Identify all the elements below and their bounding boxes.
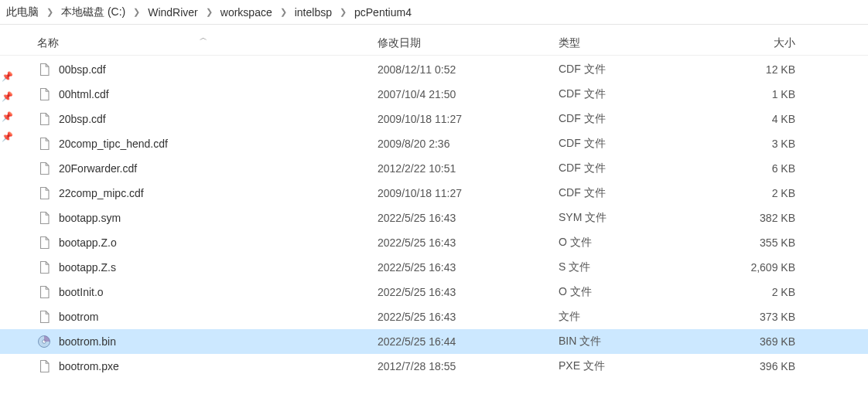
- column-header-name[interactable]: 名称: [37, 36, 378, 50]
- file-name: 22comp_mipc.cdf: [59, 187, 144, 199]
- file-row[interactable]: 00html.cdf2007/10/4 21:50CDF 文件1 KB: [0, 82, 868, 107]
- pin-icon: 📌: [2, 131, 17, 142]
- breadcrumb-item[interactable]: pcPentium4: [351, 6, 415, 19]
- file-icon: [37, 211, 51, 225]
- file-type: PXE 文件: [559, 359, 713, 373]
- file-name: 00bsp.cdf: [59, 63, 106, 76]
- file-name: bootInit.o: [59, 286, 104, 298]
- breadcrumb-item[interactable]: WindRiver: [145, 6, 201, 19]
- file-name: bootapp.sym: [59, 212, 121, 224]
- file-name: bootapp.Z.o: [59, 236, 117, 249]
- column-label: 名称: [37, 36, 59, 50]
- breadcrumb-item[interactable]: workspace: [217, 6, 275, 19]
- file-row[interactable]: 20Forwarder.cdf2012/2/22 10:51CDF 文件6 KB: [0, 156, 868, 181]
- column-header-size[interactable]: 大小: [713, 36, 806, 50]
- file-name: bootrom: [59, 311, 98, 323]
- file-size: 6 KB: [713, 162, 806, 175]
- file-row[interactable]: bootapp.Z.s2022/5/25 16:43S 文件2,609 KB: [0, 255, 868, 280]
- file-icon: [37, 186, 51, 200]
- file-size: 2 KB: [713, 187, 806, 199]
- file-size: 355 KB: [713, 236, 806, 249]
- file-name: 00html.cdf: [59, 88, 109, 100]
- file-date: 2022/5/25 16:43: [378, 261, 559, 274]
- breadcrumb-item[interactable]: 此电脑: [3, 5, 42, 19]
- file-type: CDF 文件: [559, 112, 713, 126]
- sort-ascending-icon: ︿: [200, 32, 207, 43]
- file-name: bootapp.Z.s: [59, 261, 116, 274]
- file-date: 2009/8/20 2:36: [378, 138, 559, 150]
- chevron-right-icon: ❯: [201, 7, 217, 17]
- file-size: 4 KB: [713, 113, 806, 125]
- file-size: 2 KB: [713, 286, 806, 298]
- file-type: CDF 文件: [559, 137, 713, 151]
- file-size: 382 KB: [713, 212, 806, 224]
- quick-access-pins: 📌 📌 📌 📌: [0, 71, 17, 142]
- file-row[interactable]: bootrom.bin2022/5/25 16:44BIN 文件369 KB: [0, 329, 868, 354]
- file-size: 3 KB: [713, 138, 806, 150]
- file-type: SYM 文件: [559, 211, 713, 225]
- disc-icon: [37, 335, 51, 348]
- file-date: 2012/7/28 18:55: [378, 360, 559, 372]
- file-row[interactable]: bootrom.pxe2012/7/28 18:55PXE 文件396 KB: [0, 354, 868, 379]
- file-type: 文件: [559, 310, 713, 324]
- file-type: BIN 文件: [559, 335, 713, 348]
- pin-icon: 📌: [2, 91, 17, 102]
- file-date: 2008/12/11 0:52: [378, 63, 559, 76]
- file-icon: [37, 359, 51, 373]
- file-row[interactable]: 20comp_tipc_hend.cdf2009/8/20 2:36CDF 文件…: [0, 131, 868, 156]
- file-date: 2007/10/4 21:50: [378, 88, 559, 100]
- file-row[interactable]: 20bsp.cdf2009/10/18 11:27CDF 文件4 KB: [0, 107, 868, 131]
- file-name: 20Forwarder.cdf: [59, 162, 137, 175]
- chevron-right-icon: ❯: [335, 7, 351, 17]
- column-header-date[interactable]: 修改日期: [378, 36, 559, 50]
- file-row[interactable]: bootrom2022/5/25 16:43文件373 KB: [0, 304, 868, 329]
- file-date: 2022/5/25 16:44: [378, 335, 559, 348]
- file-size: 2,609 KB: [713, 261, 806, 274]
- file-date: 2022/5/25 16:43: [378, 236, 559, 249]
- file-row[interactable]: 22comp_mipc.cdf2009/10/18 11:27CDF 文件2 K…: [0, 181, 868, 206]
- file-type: CDF 文件: [559, 162, 713, 175]
- column-header-type[interactable]: 类型: [559, 36, 713, 50]
- chevron-right-icon: ❯: [275, 7, 292, 17]
- breadcrumb-item[interactable]: intelbsp: [292, 6, 335, 19]
- file-type: CDF 文件: [559, 186, 713, 200]
- file-icon: [37, 310, 51, 324]
- file-row[interactable]: bootapp.sym2022/5/25 16:43SYM 文件382 KB: [0, 206, 868, 230]
- file-type: O 文件: [559, 285, 713, 299]
- file-date: 2022/5/25 16:43: [378, 311, 559, 323]
- file-name: 20comp_tipc_hend.cdf: [59, 138, 168, 150]
- file-type: O 文件: [559, 236, 713, 250]
- chevron-right-icon: ❯: [128, 7, 145, 17]
- file-type: CDF 文件: [559, 63, 713, 76]
- column-header-row: 名称 修改日期 类型 大小: [0, 31, 868, 56]
- file-icon: [37, 137, 51, 151]
- file-list: 00bsp.cdf2008/12/11 0:52CDF 文件12 KB00htm…: [0, 56, 868, 379]
- file-date: 2009/10/18 11:27: [378, 187, 559, 199]
- file-size: 396 KB: [713, 360, 806, 372]
- file-row[interactable]: bootInit.o2022/5/25 16:43O 文件2 KB: [0, 280, 868, 304]
- file-date: 2022/5/25 16:43: [378, 286, 559, 298]
- file-name: bootrom.bin: [59, 335, 116, 348]
- file-icon: [37, 236, 51, 250]
- file-name: 20bsp.cdf: [59, 113, 106, 125]
- breadcrumb-bar: 此电脑 ❯ 本地磁盘 (C:) ❯ WindRiver ❯ workspace …: [0, 0, 868, 25]
- breadcrumb-item[interactable]: 本地磁盘 (C:): [58, 5, 128, 19]
- pin-icon: 📌: [2, 111, 17, 122]
- file-icon: [37, 285, 51, 299]
- file-date: 2012/2/22 10:51: [378, 162, 559, 175]
- file-icon: [37, 63, 51, 76]
- file-icon: [37, 260, 51, 274]
- file-size: 1 KB: [713, 88, 806, 100]
- file-size: 12 KB: [713, 63, 806, 76]
- file-icon: [37, 162, 51, 175]
- file-name: bootrom.pxe: [59, 360, 119, 372]
- file-size: 369 KB: [713, 335, 806, 348]
- chevron-right-icon: ❯: [42, 7, 58, 17]
- file-type: S 文件: [559, 260, 713, 274]
- file-row[interactable]: bootapp.Z.o2022/5/25 16:43O 文件355 KB: [0, 230, 868, 255]
- file-date: 2022/5/25 16:43: [378, 212, 559, 224]
- pin-icon: 📌: [2, 71, 17, 82]
- file-icon: [37, 112, 51, 126]
- file-row[interactable]: 00bsp.cdf2008/12/11 0:52CDF 文件12 KB: [0, 57, 868, 82]
- file-icon: [37, 87, 51, 101]
